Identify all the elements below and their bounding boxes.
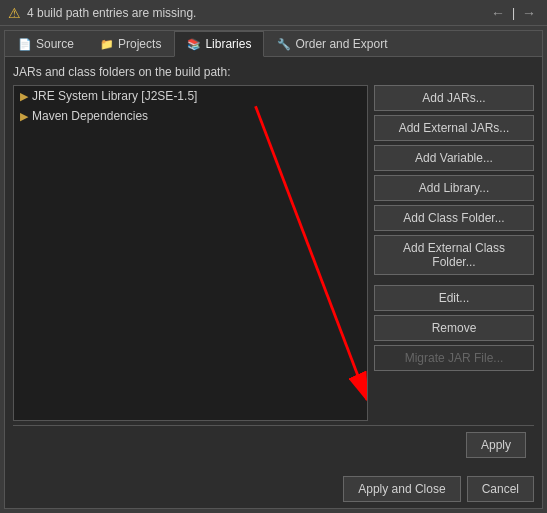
add-variable-button[interactable]: Add Variable... [374,145,534,171]
warning-icon: ⚠ [8,5,21,21]
nav-back-button[interactable]: ← [488,5,508,21]
tab-source-label: Source [36,37,74,51]
section-label: JARs and class folders on the build path… [13,65,534,79]
nav-forward-button[interactable]: → [519,5,539,21]
migrate-jar-button[interactable]: Migrate JAR File... [374,345,534,371]
add-external-jars-button[interactable]: Add External JARs... [374,115,534,141]
edit-button[interactable]: Edit... [374,285,534,311]
tab-libraries-label: Libraries [205,37,251,51]
main-container: 📄 Source 📁 Projects 📚 Libraries 🔧 Order … [4,30,543,509]
maven-icon: ▶ [20,110,28,123]
tab-source[interactable]: 📄 Source [5,31,87,56]
nav-separator: | [512,6,515,20]
tab-libraries[interactable]: 📚 Libraries [174,31,264,57]
order-export-tab-icon: 🔧 [277,38,291,51]
footer-row: Apply and Close Cancel [5,470,542,508]
jre-label: JRE System Library [J2SE-1.5] [32,89,197,103]
tree-panel[interactable]: ▶ JRE System Library [J2SE-1.5] ▶ Maven … [13,85,368,421]
maven-label: Maven Dependencies [32,109,148,123]
libraries-tab-icon: 📚 [187,38,201,51]
tree-item-maven[interactable]: ▶ Maven Dependencies [14,106,367,126]
tab-order-export-label: Order and Export [295,37,387,51]
cancel-button[interactable]: Cancel [467,476,534,502]
add-class-folder-button[interactable]: Add Class Folder... [374,205,534,231]
tab-projects-label: Projects [118,37,161,51]
bottom-buttons: Apply [13,425,534,462]
add-external-class-folder-button[interactable]: Add External Class Folder... [374,235,534,275]
content-area: JARs and class folders on the build path… [5,57,542,470]
warning-text: 4 build path entries are missing. [27,6,196,20]
buttons-panel: Add JARs... Add External JARs... Add Var… [374,85,534,421]
remove-button[interactable]: Remove [374,315,534,341]
apply-close-button[interactable]: Apply and Close [343,476,460,502]
projects-tab-icon: 📁 [100,38,114,51]
nav-arrows: ← | → [488,5,539,21]
add-library-button[interactable]: Add Library... [374,175,534,201]
tab-order-export[interactable]: 🔧 Order and Export [264,31,400,56]
apply-button[interactable]: Apply [466,432,526,458]
red-arrow-overlay [14,86,367,420]
tree-item-jre[interactable]: ▶ JRE System Library [J2SE-1.5] [14,86,367,106]
jre-icon: ▶ [20,90,28,103]
tab-projects[interactable]: 📁 Projects [87,31,174,56]
add-jars-button[interactable]: Add JARs... [374,85,534,111]
tabs-row: 📄 Source 📁 Projects 📚 Libraries 🔧 Order … [5,31,542,57]
svg-line-1 [256,106,367,400]
warning-bar: ⚠ 4 build path entries are missing. ← | … [0,0,547,26]
source-tab-icon: 📄 [18,38,32,51]
split-wrapper: ▶ JRE System Library [J2SE-1.5] ▶ Maven … [13,85,534,421]
